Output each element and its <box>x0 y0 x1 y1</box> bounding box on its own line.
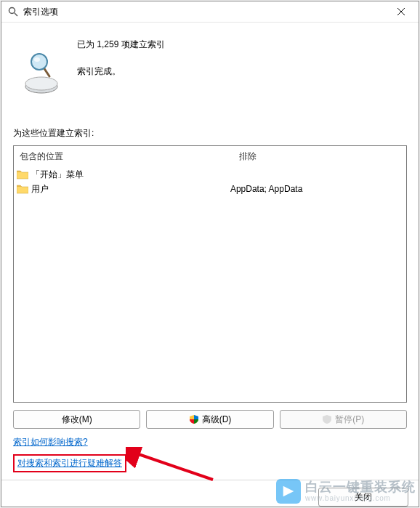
location-exclude: AppData; AppData <box>230 184 403 194</box>
button-row: 修改(M) 高级(D) 暂停(P) <box>13 410 407 429</box>
status-section: 已为 1,259 项建立索引 索引完成。 <box>13 33 407 97</box>
magnifier-icon <box>7 6 19 17</box>
location-name: 用户 <box>31 183 49 195</box>
window-title: 索引选项 <box>23 6 385 18</box>
bottom-bar: 关闭 <box>1 480 419 508</box>
locations-list: 包含的位置 排除 「开始」菜单 <box>13 145 407 403</box>
close-icon[interactable] <box>385 1 417 22</box>
indexed-count: 已为 1,259 项建立索引 <box>77 39 165 51</box>
modify-button[interactable]: 修改(M) <box>13 410 140 429</box>
svg-line-1 <box>15 13 17 16</box>
advanced-button[interactable]: 高级(D) <box>146 410 273 429</box>
annotation-highlight: 对搜索和索引进行疑难解答 <box>13 454 126 472</box>
list-header: 包含的位置 排除 <box>14 146 406 167</box>
links-section: 索引如何影响搜索? 对搜索和索引进行疑难解答 <box>13 436 407 472</box>
advanced-label: 高级(D) <box>202 414 232 426</box>
troubleshoot-link[interactable]: 对搜索和索引进行疑难解答 <box>17 458 122 468</box>
pause-button: 暂停(P) <box>280 410 407 429</box>
shield-icon <box>322 414 332 424</box>
content-area: 已为 1,259 项建立索引 索引完成。 为这些位置建立索引: 包含的位置 排除… <box>1 23 419 480</box>
pause-label: 暂停(P) <box>335 414 364 426</box>
svg-line-6 <box>44 68 49 76</box>
column-included[interactable]: 包含的位置 <box>14 146 233 167</box>
titlebar: 索引选项 <box>1 1 419 23</box>
magnifier-icon <box>23 50 60 97</box>
indexing-options-window: 索引选项 已为 1,259 项建立索引 索引完成。 为这些位置建立索引: <box>1 1 419 507</box>
status-text: 已为 1,259 项建立索引 索引完成。 <box>77 39 165 78</box>
help-link[interactable]: 索引如何影响搜索? <box>13 436 88 448</box>
index-status: 索引完成。 <box>77 65 165 78</box>
list-body[interactable]: 「开始」菜单 用户 AppData; AppData <box>14 167 406 402</box>
column-excluded[interactable]: 排除 <box>233 146 406 167</box>
list-item[interactable]: 用户 AppData; AppData <box>14 182 406 196</box>
svg-point-5 <box>25 77 57 90</box>
folder-icon <box>17 169 28 180</box>
svg-point-8 <box>34 57 40 62</box>
svg-point-7 <box>31 54 47 70</box>
locations-label: 为这些位置建立索引: <box>13 127 407 140</box>
shield-icon <box>189 414 199 424</box>
folder-icon <box>17 184 28 194</box>
svg-point-0 <box>9 8 15 14</box>
location-name: 「开始」菜单 <box>31 169 84 181</box>
list-item[interactable]: 「开始」菜单 <box>14 167 406 182</box>
close-button[interactable]: 关闭 <box>318 488 408 507</box>
